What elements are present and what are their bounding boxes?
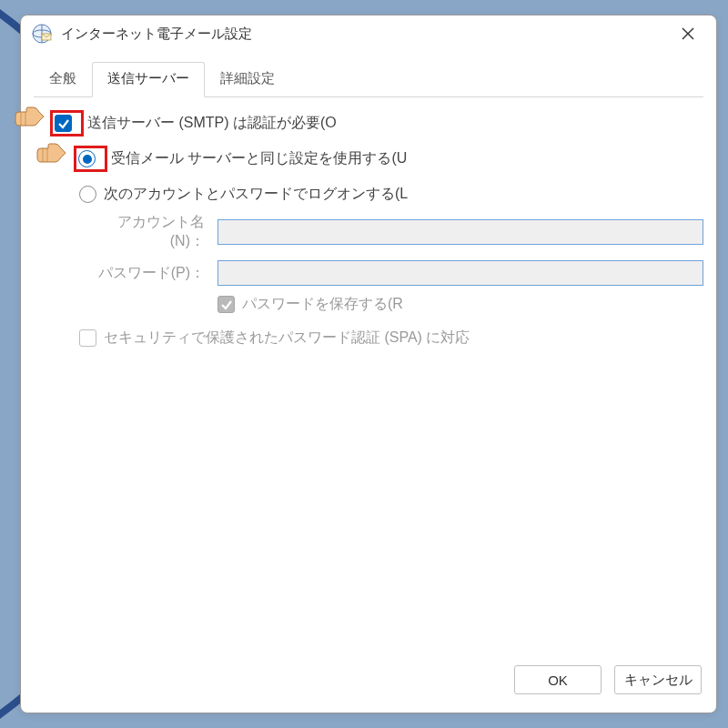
tab-content: 送信サーバー (SMTP) は認証が必要(O 受信メール サーバーと同じ設定を使… — [21, 97, 716, 652]
spa-row: セキュリティで保護されたパスワード認証 (SPA) に対応 — [79, 329, 703, 348]
tab-bar: 全般 送信サーバー 詳細設定 — [34, 61, 703, 97]
pointer-hand-icon — [35, 143, 66, 167]
logon-with-label: 次のアカウントとパスワードでログオンする(L — [104, 185, 408, 204]
same-as-incoming-radio[interactable] — [78, 150, 96, 167]
dialog-footer: OK キャンセル — [21, 652, 716, 713]
password-row: パスワード(P)： — [86, 260, 703, 286]
password-input[interactable] — [217, 260, 703, 286]
tab-advanced[interactable]: 詳細設定 — [205, 62, 290, 97]
ok-button[interactable]: OK — [514, 665, 602, 694]
highlight-box — [50, 110, 84, 136]
password-label: パスワード(P)： — [86, 264, 205, 283]
check-icon — [57, 117, 70, 130]
smtp-auth-row: 送信サーバー (SMTP) は認証が必要(O — [50, 110, 703, 136]
cancel-button[interactable]: キャンセル — [614, 665, 702, 694]
spa-checkbox[interactable] — [79, 329, 96, 347]
dialog-window: インターネット電子メール設定 全般 送信サーバー 詳細設定 — [20, 15, 717, 713]
close-button[interactable] — [667, 19, 709, 48]
account-row: アカウント名(N)： — [86, 213, 703, 251]
account-input[interactable] — [217, 219, 703, 245]
check-icon — [220, 298, 233, 311]
account-label: アカウント名(N)： — [86, 213, 205, 251]
logon-with-radio[interactable] — [79, 186, 96, 203]
save-password-label: パスワードを保存する(R — [242, 295, 403, 314]
save-password-row: パスワードを保存する(R — [217, 295, 703, 314]
same-as-incoming-row: 受信メール サーバーと同じ設定を使用する(U — [74, 146, 703, 172]
close-icon — [682, 27, 694, 40]
window-title: インターネット電子メール設定 — [61, 25, 667, 43]
smtp-auth-label: 送信サーバー (SMTP) は認証が必要(O — [87, 114, 337, 133]
titlebar: インターネット電子メール設定 — [21, 15, 716, 52]
smtp-auth-checkbox[interactable] — [55, 115, 72, 132]
same-as-incoming-label: 受信メール サーバーと同じ設定を使用する(U — [111, 149, 407, 168]
tab-outgoing-server[interactable]: 送信サーバー — [92, 62, 205, 97]
spa-label: セキュリティで保護されたパスワード認証 (SPA) に対応 — [104, 329, 470, 348]
save-password-checkbox — [217, 296, 235, 313]
highlight-box — [74, 146, 107, 172]
tab-general[interactable]: 全般 — [34, 62, 92, 97]
pointer-hand-icon — [14, 106, 45, 131]
app-icon — [32, 24, 52, 44]
logon-with-row: 次のアカウントとパスワードでログオンする(L — [79, 185, 703, 204]
